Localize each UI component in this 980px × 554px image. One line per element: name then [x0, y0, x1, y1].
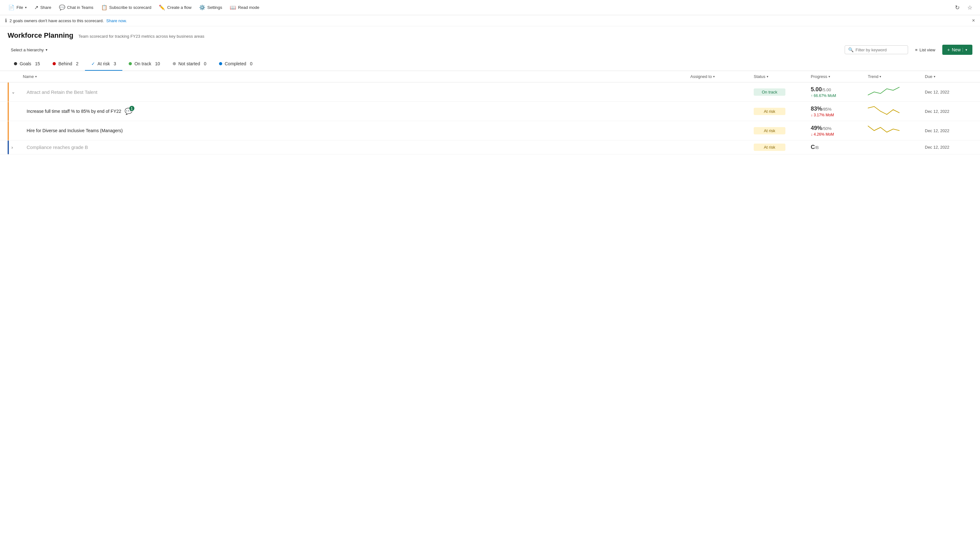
- stat-label: At risk: [98, 61, 110, 66]
- due-date: Dec 12, 2022: [925, 128, 972, 133]
- status-badge: At risk: [754, 127, 785, 134]
- stat-count: 0: [250, 61, 253, 66]
- hierarchy-label: Select a hierarchy: [11, 48, 44, 52]
- sort-icon: ▾: [880, 75, 881, 78]
- create-flow-label: Create a flow: [167, 5, 191, 10]
- progress-mom: ↑ 66.67% MoM: [811, 94, 868, 98]
- trend-cell: [868, 124, 925, 137]
- col-status[interactable]: Status ▾: [754, 74, 811, 79]
- left-bar: [8, 140, 9, 154]
- left-bar: [8, 102, 9, 121]
- stat-tab-completed[interactable]: Completed0: [213, 57, 259, 71]
- status-badge: On track: [754, 88, 785, 96]
- sort-icon: ▾: [713, 75, 715, 78]
- progress-main: C/B: [811, 144, 868, 151]
- col-trend[interactable]: Trend ▾: [868, 74, 925, 79]
- new-label: New: [952, 47, 961, 52]
- name-cell: Hire for Diverse and Inclusive Teams (Ma…: [27, 128, 690, 133]
- goal-group-row[interactable]: › Compliance reaches grade B At risk C/B…: [0, 140, 980, 154]
- info-icon: ℹ: [5, 18, 7, 24]
- filter-search[interactable]: 🔍: [845, 45, 908, 54]
- progress-cell: 5.00/5.00 ↑ 66.67% MoM: [811, 86, 868, 98]
- read-mode-icon: 📖: [230, 5, 236, 10]
- dot-icon: [129, 62, 132, 65]
- notification-bar: ℹ 2 goals owners don't have access to th…: [0, 15, 980, 26]
- sort-icon: ▾: [35, 75, 37, 78]
- new-button[interactable]: + New ▾: [942, 45, 972, 55]
- table-row: Increase full time staff % to 85% by end…: [0, 102, 980, 121]
- search-icon: 🔍: [848, 47, 854, 52]
- settings-button[interactable]: ⚙️ Settings: [196, 3, 225, 12]
- file-menu[interactable]: 📄 File ▾: [5, 3, 30, 12]
- trend-cell: [868, 86, 925, 98]
- create-flow-button[interactable]: ✏️ Create a flow: [156, 3, 195, 12]
- stat-tab-behind[interactable]: Behind2: [46, 57, 84, 71]
- page-header: Workforce Planning Team scorecard for tr…: [0, 26, 980, 42]
- stat-count: 3: [113, 61, 116, 66]
- goal-child-row[interactable]: Increase full time staff % to 85% by end…: [0, 102, 980, 121]
- refresh-button[interactable]: ↻: [952, 3, 962, 13]
- check-icon: ✓: [91, 61, 95, 66]
- stat-tab-on-track[interactable]: On track10: [123, 57, 166, 71]
- col-assigned-to[interactable]: Assigned to ▾: [690, 74, 754, 79]
- goal-group-row[interactable]: ⌄ Attract and Retain the Best Talent On …: [0, 83, 980, 102]
- star-button[interactable]: ☆: [965, 3, 975, 13]
- table-container: Name ▾ Assigned to ▾ Status ▾ Progress ▾…: [0, 71, 980, 154]
- due-date: Dec 12, 2022: [925, 90, 972, 94]
- chat-in-teams-button[interactable]: 💬 Chat in Teams: [56, 3, 97, 12]
- notification-message: 2 goals owners don't have access to this…: [10, 18, 103, 23]
- progress-mom: ↓ 3.17% MoM: [811, 113, 868, 117]
- dot-icon: [219, 62, 222, 65]
- trend-chart: [868, 105, 925, 118]
- col-name[interactable]: Name ▾: [23, 74, 690, 79]
- share-icon: ↗: [34, 5, 38, 10]
- trend-chart: [868, 124, 925, 137]
- stat-tab-goals[interactable]: Goals15: [8, 57, 46, 71]
- chevron-down-icon: ▾: [46, 48, 48, 52]
- table-header: Name ▾ Assigned to ▾ Status ▾ Progress ▾…: [0, 71, 980, 83]
- notification-close[interactable]: ×: [972, 18, 975, 24]
- stat-tab-at-risk[interactable]: ✓At risk3: [85, 57, 123, 71]
- toolbar: 📄 File ▾ ↗ Share 💬 Chat in Teams 📋 Subsc…: [0, 0, 980, 15]
- chat-in-teams-label: Chat in Teams: [67, 5, 94, 10]
- share-button[interactable]: ↗ Share: [31, 3, 54, 12]
- progress-cell: 49%/50% ↓ 4.26% MoM: [811, 125, 868, 137]
- new-button-chevron[interactable]: ▾: [963, 48, 967, 52]
- settings-label: Settings: [207, 5, 222, 10]
- sort-icon: ▾: [934, 75, 935, 78]
- file-label: File: [16, 5, 23, 10]
- hierarchy-selector[interactable]: Select a hierarchy ▾: [8, 46, 51, 54]
- left-bar: [8, 121, 9, 140]
- list-view-button[interactable]: ≡ List view: [912, 46, 938, 54]
- page-title: Workforce Planning: [8, 31, 73, 40]
- teams-icon: 💬: [59, 5, 65, 10]
- share-label: Share: [40, 5, 51, 10]
- col-due[interactable]: Due ▾: [925, 74, 972, 79]
- goal-name: Increase full time staff % to 85% by end…: [27, 109, 121, 114]
- group-name: Attract and Retain the Best Talent: [27, 89, 690, 95]
- progress-main: 49%/50%: [811, 125, 868, 132]
- col-progress[interactable]: Progress ▾: [811, 74, 868, 79]
- share-now-link[interactable]: Share now.: [106, 18, 127, 23]
- subscribe-button[interactable]: 📋 Subscribe to scorecard: [98, 3, 155, 12]
- progress-cell-wrapper: 49%/50% ↓ 4.26% MoM: [811, 125, 868, 137]
- chevron-down-icon: ▾: [25, 6, 27, 9]
- read-mode-label: Read mode: [238, 5, 259, 10]
- progress-main: 5.00/5.00: [811, 86, 868, 93]
- expand-button[interactable]: ⌄: [11, 89, 27, 94]
- left-bar: [8, 83, 9, 102]
- group-name: Compliance reaches grade B: [27, 145, 690, 150]
- table-row: Hire for Diverse and Inclusive Teams (Ma…: [0, 121, 980, 140]
- progress-cell-wrapper: 5.00/5.00 ↑ 66.67% MoM: [811, 86, 868, 98]
- read-mode-button[interactable]: 📖 Read mode: [227, 3, 262, 12]
- stat-tab-not-started[interactable]: Not started0: [166, 57, 213, 71]
- progress-cell: C/B: [811, 144, 868, 151]
- filter-input[interactable]: [856, 48, 905, 52]
- status-cell: On track: [754, 88, 811, 96]
- comment-bubble[interactable]: 💬 1: [124, 107, 132, 115]
- dot-icon: [173, 62, 176, 65]
- progress-target: /50%: [822, 126, 832, 131]
- progress-target: /B: [815, 145, 819, 150]
- expand-button[interactable]: ›: [11, 145, 27, 150]
- goal-child-row[interactable]: Hire for Diverse and Inclusive Teams (Ma…: [0, 121, 980, 140]
